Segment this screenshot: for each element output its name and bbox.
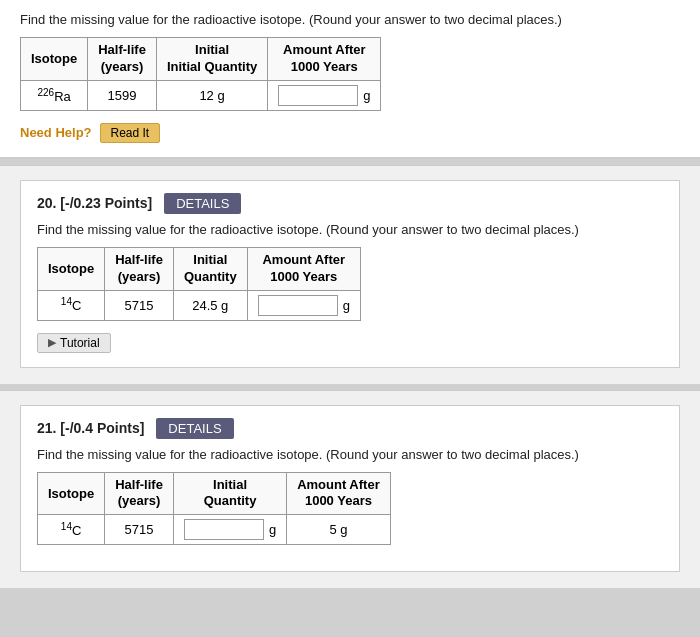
isotope-sup-20: 14 bbox=[61, 296, 72, 307]
col-header-halflife-20: Half-life(years) bbox=[105, 247, 174, 290]
col-header-amount-20: Amount After1000 Years bbox=[247, 247, 360, 290]
col-header-isotope-21: Isotope bbox=[38, 472, 105, 515]
table-row: 226Ra 1599 12 g g bbox=[21, 80, 381, 110]
problem-20-header: 20. [-/0.23 Points] DETAILS bbox=[37, 193, 663, 214]
halflife-cell-21: 5715 bbox=[105, 515, 174, 545]
problem-21-header: 21. [-/0.4 Points] DETAILS bbox=[37, 418, 663, 439]
isotope-sup-21: 14 bbox=[61, 521, 72, 532]
initial-qty-cell-21: g bbox=[173, 515, 286, 545]
tutorial-icon: ▶ bbox=[48, 336, 56, 349]
col-header-isotope: Isotope bbox=[21, 38, 88, 81]
col-header-quantity: InitialInitial Quantity bbox=[156, 38, 267, 81]
isotope-cell-21: 14C bbox=[38, 515, 105, 545]
need-help-label: Need Help? bbox=[20, 125, 92, 140]
tutorial-row-20: ▶ Tutorial bbox=[37, 333, 663, 353]
problem-20-points: 20. [-/0.23 Points] bbox=[37, 195, 152, 211]
col-header-amount: Amount After1000 Years bbox=[268, 38, 381, 81]
amount-after-cell: g bbox=[268, 80, 381, 110]
problem-21-details-button[interactable]: DETAILS bbox=[156, 418, 233, 439]
isotope-base: Ra bbox=[54, 89, 71, 104]
initial-qty-cell-20: 24.5 g bbox=[173, 290, 247, 320]
halflife-cell-20: 5715 bbox=[105, 290, 174, 320]
col-header-halflife-21: Half-life(years) bbox=[105, 472, 174, 515]
help-row: Need Help? Read It bbox=[20, 123, 680, 143]
col-header-quantity-21: InitialQuantity bbox=[173, 472, 286, 515]
tutorial-button-20[interactable]: ▶ Tutorial bbox=[37, 333, 111, 353]
col-header-halflife: Half-life(years) bbox=[88, 38, 157, 81]
top-section: Find the missing value for the radioacti… bbox=[0, 0, 700, 159]
initial-qty-cell: 12 g bbox=[156, 80, 267, 110]
amount-after-cell-20: g bbox=[247, 290, 360, 320]
problem-21-table: Isotope Half-life(years) InitialQuantity… bbox=[37, 472, 391, 546]
isotope-cell-20: 14C bbox=[38, 290, 105, 320]
problem-20-table: Isotope Half-life(years) InitialQuantity… bbox=[37, 247, 361, 321]
problem-21-text: Find the missing value for the radioacti… bbox=[37, 447, 663, 462]
top-table: Isotope Half-life(years) InitialInitial … bbox=[20, 37, 381, 111]
unit-label-20: g bbox=[343, 298, 350, 313]
unit-label: g bbox=[363, 88, 370, 103]
table-row: 14C 5715 24.5 g g bbox=[38, 290, 361, 320]
problem-21-block: 21. [-/0.4 Points] DETAILS Find the miss… bbox=[0, 390, 700, 589]
unit-label-qty-21: g bbox=[269, 522, 276, 537]
isotope-base-20: C bbox=[72, 299, 81, 314]
problem-20-text: Find the missing value for the radioacti… bbox=[37, 222, 663, 237]
problem-20-block: 20. [-/0.23 Points] DETAILS Find the mis… bbox=[0, 165, 700, 384]
initial-qty-input-21[interactable] bbox=[184, 519, 264, 540]
col-header-amount-21: Amount After1000 Years bbox=[287, 472, 391, 515]
top-problem-text: Find the missing value for the radioacti… bbox=[20, 12, 680, 27]
problem-21-points: 21. [-/0.4 Points] bbox=[37, 420, 144, 436]
amount-after-cell-21: 5 g bbox=[287, 515, 391, 545]
problem-21-inner: 21. [-/0.4 Points] DETAILS Find the miss… bbox=[20, 405, 680, 573]
problem-20-details-button[interactable]: DETAILS bbox=[164, 193, 241, 214]
tutorial-label-20: Tutorial bbox=[60, 336, 100, 350]
table-row: 14C 5715 g 5 g bbox=[38, 515, 391, 545]
col-header-isotope-20: Isotope bbox=[38, 247, 105, 290]
col-header-quantity-20: InitialQuantity bbox=[173, 247, 247, 290]
isotope-superscript: 226 bbox=[37, 87, 54, 98]
isotope-cell: 226Ra bbox=[21, 80, 88, 110]
problem-20-inner: 20. [-/0.23 Points] DETAILS Find the mis… bbox=[20, 180, 680, 368]
isotope-base-21: C bbox=[72, 524, 81, 539]
amount-after-input[interactable] bbox=[278, 85, 358, 106]
amount-after-input-20[interactable] bbox=[258, 295, 338, 316]
read-it-button[interactable]: Read It bbox=[100, 123, 161, 143]
halflife-cell: 1599 bbox=[88, 80, 157, 110]
